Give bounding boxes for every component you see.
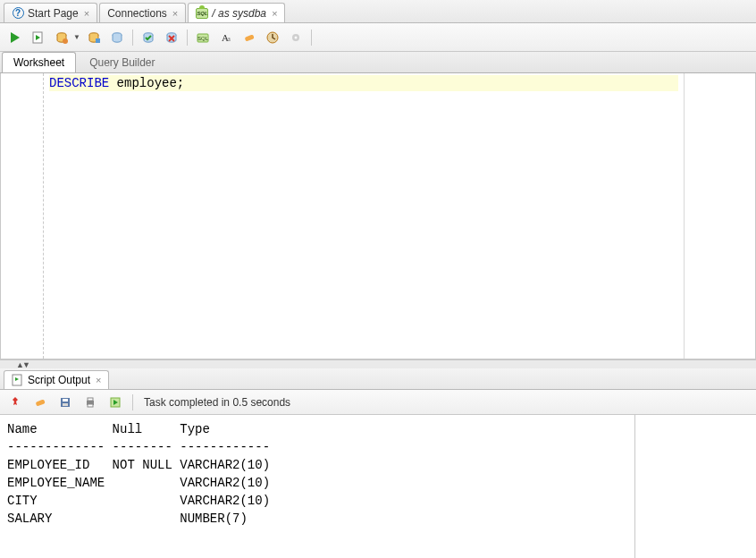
clear-button[interactable] xyxy=(239,28,259,47)
svg-point-4 xyxy=(63,38,68,44)
svg-text:SQL: SQL xyxy=(197,36,209,41)
separator xyxy=(311,30,312,46)
editor-gutter xyxy=(1,73,44,359)
output-area-wrap: Name Null Type ------------- -------- --… xyxy=(0,415,756,558)
tab-query-builder[interactable]: Query Builder xyxy=(78,52,166,72)
close-icon[interactable]: × xyxy=(84,8,89,19)
svg-point-17 xyxy=(294,36,297,38)
svg-text:a: a xyxy=(227,34,231,43)
svg-rect-14 xyxy=(245,34,255,41)
run-button[interactable] xyxy=(5,28,25,47)
svg-rect-26 xyxy=(88,404,93,407)
svg-rect-23 xyxy=(63,403,68,406)
editor-right-margin xyxy=(684,73,755,359)
svg-rect-22 xyxy=(63,399,68,402)
svg-rect-6 xyxy=(96,38,100,43)
worksheet-tab-bar: Worksheet Query Builder xyxy=(0,52,756,73)
output-toolbar: Task completed in 0.5 seconds xyxy=(0,390,756,415)
separator xyxy=(132,394,133,410)
separator xyxy=(132,30,133,46)
tab-label: / as sysdba xyxy=(212,7,266,20)
tab-label: Query Builder xyxy=(89,56,155,69)
sql-keyword: DESCRIBE xyxy=(49,76,109,90)
autotrace-button[interactable] xyxy=(84,28,104,47)
tab-label: Worksheet xyxy=(13,56,64,69)
dropdown-arrow-icon[interactable]: ▼ xyxy=(73,33,80,41)
fetch-button[interactable] xyxy=(105,393,125,412)
print-output-button[interactable] xyxy=(80,393,100,412)
output-right-margin xyxy=(634,415,756,558)
sql-editor-container: DESCRIBE employee; xyxy=(0,73,756,359)
run-script-button[interactable] xyxy=(29,28,48,47)
tab-worksheet[interactable]: Worksheet xyxy=(2,52,76,72)
separator xyxy=(187,30,188,46)
tab-start-page[interactable]: ? Start Page × xyxy=(4,3,97,22)
commit-button[interactable] xyxy=(139,28,158,47)
unshared-button[interactable]: SQL xyxy=(193,28,213,47)
save-output-button[interactable] xyxy=(55,393,75,412)
svg-rect-20 xyxy=(36,399,46,406)
tab-sql-worksheet[interactable]: SQL / as sysdba × xyxy=(188,3,285,22)
tab-label: Start Page xyxy=(28,7,79,20)
script-output-text[interactable]: Name Null Type ------------- -------- --… xyxy=(0,415,634,558)
tab-label: Script Output xyxy=(28,374,90,386)
status-text: Task completed in 0.5 seconds xyxy=(144,396,290,409)
sql-editor[interactable]: DESCRIBE employee; xyxy=(44,73,684,359)
sql-tuning-button[interactable] xyxy=(107,28,127,47)
tab-label: Connections xyxy=(107,7,167,20)
sql-text: employee; xyxy=(109,76,184,90)
splitter-handle[interactable]: ▲▼ xyxy=(0,359,756,368)
rollback-button[interactable] xyxy=(162,28,181,47)
upper-lower-button[interactable]: Aa xyxy=(216,28,236,47)
script-output-icon xyxy=(12,374,24,386)
sql-history-button[interactable] xyxy=(263,28,282,47)
worksheet-toolbar: ▼ SQL Aa xyxy=(0,23,756,52)
close-icon[interactable]: × xyxy=(172,8,178,19)
help-icon: ? xyxy=(12,7,24,20)
settings-button[interactable] xyxy=(286,28,306,47)
grip-icon: ▲▼ xyxy=(16,360,29,369)
sql-icon: SQL xyxy=(196,7,208,20)
svg-rect-25 xyxy=(88,398,93,401)
output-tab-bar: Script Output × xyxy=(0,368,756,390)
pin-button[interactable] xyxy=(5,393,25,412)
close-icon[interactable]: × xyxy=(272,8,277,19)
tab-connections[interactable]: Connections × xyxy=(99,3,186,22)
close-icon[interactable]: × xyxy=(96,375,101,385)
tab-script-output[interactable]: Script Output × xyxy=(4,370,109,389)
svg-marker-0 xyxy=(11,32,20,43)
explain-plan-button[interactable] xyxy=(52,28,71,47)
top-tab-bar: ? Start Page × Connections × SQL / as sy… xyxy=(0,0,756,23)
clear-output-button[interactable] xyxy=(30,393,50,412)
